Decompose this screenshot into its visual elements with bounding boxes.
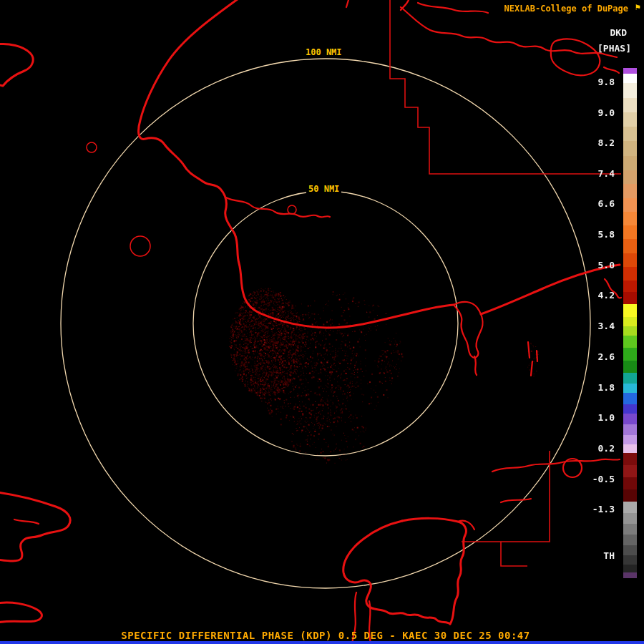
scale-tick-3.4: 3.4 bbox=[582, 321, 615, 331]
color-scale-segment bbox=[623, 465, 637, 477]
bottom-edge-strip bbox=[0, 641, 644, 644]
color-scale-segment bbox=[623, 545, 637, 555]
color-scale-segment bbox=[623, 239, 637, 253]
scale-tick-8.2: 8.2 bbox=[582, 137, 615, 148]
color-scale-segment bbox=[623, 336, 637, 348]
color-scale-segment bbox=[623, 435, 637, 444]
color-scale-segment bbox=[623, 225, 637, 239]
scale-tick-5.0: 5.0 bbox=[582, 260, 615, 270]
color-scale-segment bbox=[623, 141, 637, 155]
scale-tick-9.8: 9.8 bbox=[582, 77, 615, 87]
color-scale-segment bbox=[623, 198, 637, 212]
color-scale-segment bbox=[623, 424, 637, 435]
color-scale-segment bbox=[623, 572, 637, 578]
scale-tick-TH: TH bbox=[582, 550, 615, 561]
color-scale-segment bbox=[623, 267, 637, 280]
color-scale-segment bbox=[623, 373, 637, 384]
color-scale-segment bbox=[623, 280, 637, 292]
color-scale-segment bbox=[623, 74, 637, 83]
color-scale-segment bbox=[623, 513, 637, 524]
scale-tick-0.2: 0.2 bbox=[582, 443, 615, 454]
color-scale-segment bbox=[623, 453, 637, 465]
color-scale-segment bbox=[623, 317, 637, 326]
color-scale-segment bbox=[623, 253, 637, 267]
color-scale-segment bbox=[623, 524, 637, 535]
product-caption: SPECIFIC DIFFERENTIAL PHASE (KDP) 0.5 DE… bbox=[121, 630, 530, 641]
color-scale-segment bbox=[623, 156, 637, 170]
color-scale-segment bbox=[623, 444, 637, 452]
radar-viewer: 100 NMI 50 NMI NEXLAB-College of DuPage … bbox=[0, 0, 644, 644]
scale-tick-2.6: 2.6 bbox=[582, 351, 615, 362]
color-scale-segment bbox=[623, 326, 637, 336]
scale-tick-9.0: 9.0 bbox=[582, 107, 615, 118]
scale-tick-1.0: 1.0 bbox=[582, 412, 615, 423]
color-scale-bar bbox=[623, 68, 637, 578]
color-scale-segment bbox=[623, 535, 637, 545]
scale-tick-1.8: 1.8 bbox=[582, 382, 615, 393]
color-scale-segment bbox=[623, 184, 637, 197]
color-scale-segment bbox=[623, 404, 637, 414]
color-scale-segment bbox=[623, 83, 637, 97]
color-scale-segment bbox=[623, 565, 637, 572]
color-scale-segment bbox=[623, 502, 637, 512]
radar-map bbox=[0, 0, 644, 644]
range-ring-label-100: 100 NMI bbox=[303, 47, 344, 57]
color-scale-segment bbox=[623, 384, 637, 393]
color-scale-segment bbox=[623, 477, 637, 489]
scale-tick-7.4: 7.4 bbox=[582, 168, 615, 179]
color-scale-segment bbox=[623, 68, 637, 74]
product-units: [PHAS] bbox=[597, 43, 631, 54]
color-scale-segment bbox=[623, 555, 637, 565]
color-scale-segment bbox=[623, 361, 637, 373]
color-scale-segment bbox=[623, 127, 637, 141]
scale-tick-5.8: 5.8 bbox=[582, 229, 615, 240]
nexlab-flag-icon: ⚑ bbox=[635, 2, 640, 12]
range-ring-label-50: 50 NMI bbox=[306, 184, 341, 194]
scale-tick--1.3: -1.3 bbox=[582, 504, 615, 514]
color-scale-segment bbox=[623, 292, 637, 303]
color-scale-segment bbox=[623, 170, 637, 184]
color-scale-segment bbox=[623, 98, 637, 112]
color-scale-segment bbox=[623, 489, 637, 502]
coastlines bbox=[0, 0, 621, 644]
color-scale-segment bbox=[623, 212, 637, 225]
scale-tick-4.2: 4.2 bbox=[582, 290, 615, 301]
scale-tick-6.6: 6.6 bbox=[582, 198, 615, 209]
color-scale-segment bbox=[623, 348, 637, 360]
product-code: DKD bbox=[610, 27, 627, 38]
color-scale-segment bbox=[623, 393, 637, 404]
scale-tick--0.5: -0.5 bbox=[582, 474, 615, 484]
page-title: NEXLAB-College of DuPage bbox=[504, 4, 628, 14]
color-scale-segment bbox=[623, 112, 637, 127]
color-scale-segment bbox=[623, 304, 637, 317]
color-scale-segment bbox=[623, 414, 637, 424]
